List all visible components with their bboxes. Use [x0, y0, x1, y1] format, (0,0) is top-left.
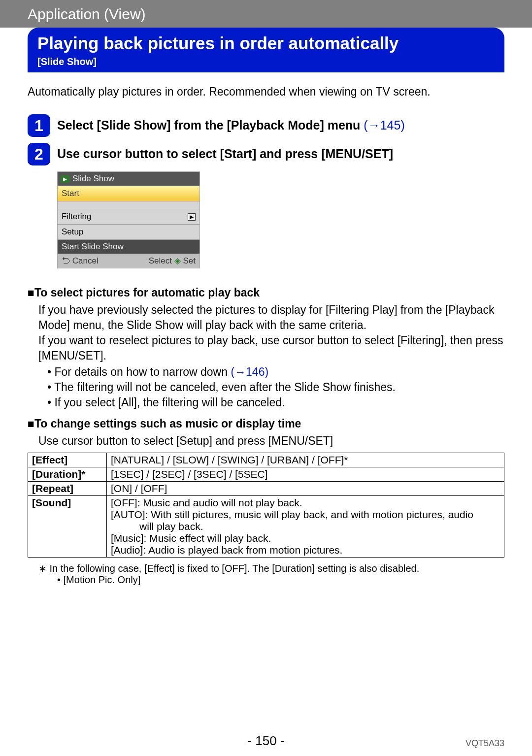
section-heading-settings: ■To change settings such as music or dis… — [28, 417, 504, 430]
bullet: • The filtering will not be canceled, ev… — [47, 380, 504, 395]
set-icon: ◈ — [174, 256, 181, 265]
chevron-right-icon: ▶ — [188, 213, 196, 221]
section-heading-select: ■To select pictures for automatic play b… — [28, 286, 504, 299]
cam-menu-title: ▶ Slide Show — [58, 172, 200, 186]
footnote: ∗ In the following case, [Effect] is fix… — [38, 562, 504, 574]
step-number-icon: 1 — [28, 114, 50, 137]
step-1: 1 Select [Slide Show] from the [Playback… — [28, 114, 504, 137]
section-para: If you have previously selected the pict… — [38, 302, 504, 363]
title-block: Playing back pictures in order automatic… — [28, 28, 504, 72]
cam-menu-status: Start Slide Show — [58, 240, 200, 254]
page-subtitle: [Slide Show] — [37, 56, 495, 67]
play-icon: ▶ — [61, 175, 69, 183]
breadcrumb: Application (View) — [0, 0, 532, 28]
link-145[interactable]: (→145) — [364, 118, 404, 132]
page-content: Playing back pictures in order automatic… — [0, 28, 532, 600]
back-arrow-icon: ⮌ — [62, 256, 70, 265]
link-146[interactable]: (→146) — [231, 365, 268, 378]
cam-menu-start[interactable]: Start — [58, 186, 200, 201]
bullet: • For details on how to narrow down (→14… — [47, 364, 504, 380]
footnote-sub: • [Motion Pic. Only] — [57, 574, 504, 586]
intro-text: Automatically play pictures in order. Re… — [28, 84, 504, 99]
page-number: - 150 - — [247, 733, 284, 748]
table-row: [Sound] [OFF]: Music and audio will not … — [28, 496, 504, 558]
page-title: Playing back pictures in order automatic… — [37, 33, 495, 53]
table-row: [Repeat] [ON] / [OFF] — [28, 482, 504, 496]
table-row: [Effect] [NATURAL] / [SLOW] / [SWING] / … — [28, 453, 504, 467]
cam-menu-setup[interactable]: Setup — [58, 225, 200, 240]
cam-menu-filtering[interactable]: Filtering ▶ — [58, 209, 200, 225]
page-footer: - 150 - VQT5A33 — [0, 733, 532, 749]
section-para: Use cursor button to select [Setup] and … — [38, 433, 504, 449]
step-2: 2 Use cursor button to select [Start] an… — [28, 143, 504, 165]
bullet: • If you select [All], the filtering wil… — [47, 395, 504, 410]
step-2-text: Use cursor button to select [Start] and … — [57, 143, 393, 163]
cam-menu-footer: ⮌ Cancel Select ◈ Set — [58, 254, 200, 268]
camera-menu-screenshot: ▶ Slide Show Start Filtering ▶ Setup Sta… — [57, 171, 504, 268]
document-id: VQT5A33 — [466, 738, 504, 749]
table-row: [Duration]* [1SEC] / [2SEC] / [3SEC] / [… — [28, 467, 504, 482]
step-number-icon: 2 — [28, 143, 50, 165]
settings-table: [Effect] [NATURAL] / [SLOW] / [SWING] / … — [28, 453, 504, 558]
step-1-text: Select [Slide Show] from the [Playback M… — [57, 114, 405, 134]
